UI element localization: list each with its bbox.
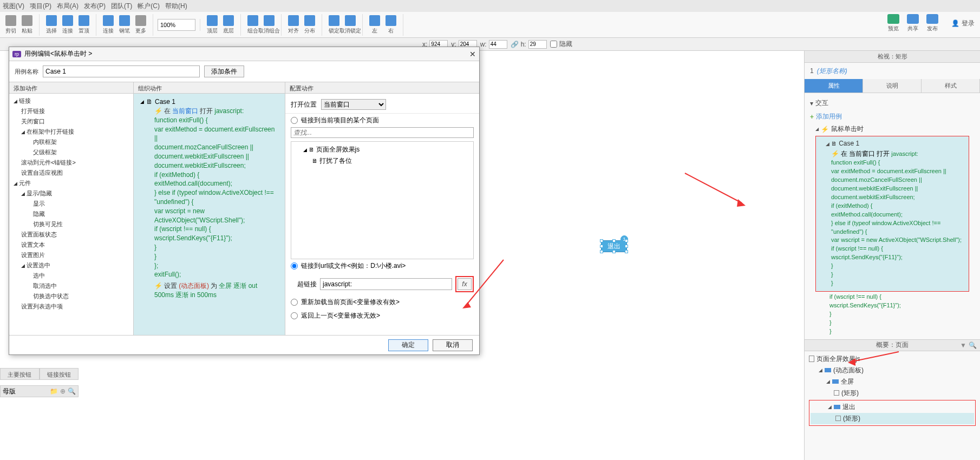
reload-page-radio[interactable] — [291, 299, 298, 306]
menu-item[interactable]: 帐户(C) — [138, 2, 160, 11]
org-action-1[interactable]: ⚡ 在 当前窗口 打开 javascript: function exitFul… — [138, 106, 280, 280]
ok-button[interactable]: 确定 — [388, 339, 428, 351]
login-button[interactable]: 登录 — [951, 19, 975, 28]
action-scroll-to[interactable]: 滚动到元件<锚链接> — [9, 157, 133, 168]
share-button[interactable]: 共享 — [907, 14, 919, 32]
h-input[interactable] — [528, 40, 547, 49]
action-set-text[interactable]: 设置文本 — [9, 240, 133, 250]
action-selected[interactable]: 选中 — [9, 271, 133, 281]
outline-rect-1[interactable]: (矩形) — [809, 387, 976, 399]
action-open-link[interactable]: 打开链接 — [9, 106, 133, 116]
action-set-selected[interactable]: 设置选中 — [9, 260, 133, 271]
tab-notes[interactable]: 说明 — [863, 79, 922, 93]
action-hide[interactable]: 隐藏 — [9, 209, 133, 219]
link-to-url-radio[interactable] — [291, 262, 298, 270]
action-parent-frame[interactable]: 父级框架 — [9, 147, 133, 157]
fx-button[interactable]: fx — [458, 278, 472, 290]
add-page-icon[interactable]: ⊕ — [60, 387, 66, 395]
outline-page[interactable]: 页面全屏效果js — [809, 353, 976, 365]
select-button[interactable]: 选择 — [44, 14, 59, 36]
interactions-section-head[interactable]: ▾交互 — [810, 96, 975, 110]
left-panel-tabs: 主要按钮 链接按钮 — [0, 368, 79, 380]
top-button[interactable]: 置顶 — [76, 14, 92, 36]
align-left-button[interactable]: 左 — [367, 14, 382, 36]
menu-item[interactable]: 布局(A) — [57, 2, 79, 11]
go-back-radio[interactable] — [291, 312, 298, 319]
action-cat-links[interactable]: 链接 — [9, 96, 133, 106]
org-case-row[interactable]: 🗎 Case 1 — [138, 98, 280, 106]
connect-button[interactable]: 连接 — [60, 14, 75, 36]
org-action-2[interactable]: ⚡ 设置 (动态面板) 为 全屏 逐渐 out 500ms 逐渐 in 500m… — [138, 280, 280, 301]
paste-button[interactable]: 粘贴 — [19, 14, 35, 36]
action-set-image[interactable]: 设置图片 — [9, 250, 133, 260]
action-inline-frame[interactable]: 内联框架 — [9, 137, 133, 147]
w-input[interactable] — [489, 40, 507, 49]
search-icon[interactable]: 🔍 — [68, 387, 76, 395]
outline-rect-2[interactable]: (矩形) — [811, 413, 974, 424]
align-button[interactable]: 对齐 — [286, 14, 301, 36]
tab-properties[interactable]: 属性 — [805, 79, 863, 93]
toolbar-right-tools: 预览 共享 发布 登录 — [887, 14, 975, 32]
align-right-button[interactable]: 右 — [383, 14, 398, 36]
preview-button[interactable]: 预览 — [887, 14, 899, 32]
action-set-panel[interactable]: 设置面板状态 — [9, 229, 133, 240]
search-icon[interactable]: 🔍 — [969, 341, 977, 349]
lib-tab-2[interactable]: 链接按钮 — [40, 368, 79, 380]
more-button[interactable]: 更多 — [133, 14, 148, 36]
menu-item[interactable]: 发布(P) — [84, 2, 106, 11]
add-condition-button[interactable]: 添加条件 — [204, 65, 244, 77]
hide-checkbox[interactable] — [550, 41, 557, 48]
menu-item[interactable]: 帮助(H) — [165, 2, 187, 11]
add-folder-icon[interactable]: 📁 — [50, 387, 58, 395]
add-case-link[interactable]: 添加用例 — [810, 110, 975, 123]
configure-action-header: 配置动作 — [285, 82, 479, 94]
action-show[interactable]: 显示 — [9, 199, 133, 209]
close-icon[interactable]: ✕ — [469, 50, 476, 58]
outline-state-1[interactable]: ◢全屏 — [809, 376, 976, 387]
page-tree-item-2[interactable]: 🗎 打扰了各位 — [293, 155, 471, 167]
connector-button[interactable]: 连接 — [101, 14, 116, 36]
outline-dp[interactable]: ◢(动态面板) — [809, 365, 976, 376]
lightning-icon: ⚡ — [831, 150, 839, 157]
widget-name-placeholder[interactable]: (矩形名称) — [817, 67, 847, 76]
h-label: h: — [521, 41, 526, 48]
link-to-page-radio[interactable] — [291, 117, 298, 124]
send-back-button[interactable]: 底层 — [221, 14, 236, 36]
page-tree-item-1[interactable]: 🗎 页面全屏效果js — [293, 144, 471, 155]
tab-style[interactable]: 样式 — [922, 79, 980, 93]
action-open-in-frame[interactable]: 在框架中打开链接 — [9, 127, 133, 137]
distribute-button[interactable]: 分布 — [302, 14, 317, 36]
menu-item[interactable]: 项目(P) — [30, 2, 51, 11]
cut-button[interactable]: 剪切 — [3, 14, 18, 36]
action-show-hide[interactable]: 显示/隐藏 — [9, 188, 133, 199]
url-input[interactable] — [320, 278, 452, 290]
main-menubar[interactable]: 视图(V) 项目(P) 布局(A) 发布(P) 团队(T) 帐户(C) 帮助(H… — [0, 0, 980, 12]
event-onclick[interactable]: ⚡鼠标单击时 — [810, 123, 975, 135]
pen-button[interactable]: 钢笔 — [117, 14, 132, 36]
canvas-shape-exit[interactable]: 退出 1 — [601, 240, 627, 252]
outline-state-2[interactable]: ◢退出 — [811, 402, 974, 413]
unlock-button[interactable]: 取消锁定 — [343, 14, 358, 36]
cancel-button[interactable]: 取消 — [433, 339, 473, 351]
open-location-select[interactable]: 当前窗口 — [321, 99, 386, 110]
publish-button[interactable]: 发布 — [926, 14, 938, 32]
zoom-combo[interactable]: 100% — [158, 19, 195, 31]
lib-tab-1[interactable]: 主要按钮 — [0, 368, 40, 380]
page-tree[interactable]: 🗎 页面全屏效果js 🗎 打扰了各位 — [291, 141, 474, 259]
action-cat-widgets[interactable]: 元件 — [9, 178, 133, 188]
bring-front-button[interactable]: 顶层 — [205, 14, 220, 36]
case-name[interactable]: ◢ 🗎 Case 1 — [820, 140, 964, 147]
action-toggle-vis[interactable]: 切换可见性 — [9, 219, 133, 229]
action-toggle-sel[interactable]: 切换选中状态 — [9, 291, 133, 301]
menu-item[interactable]: 视图(V) — [3, 2, 24, 11]
filter-icon[interactable]: ▼ — [960, 341, 966, 349]
ungroup-button[interactable]: 取消组合 — [262, 14, 277, 36]
action-close-window[interactable]: 关闭窗口 — [9, 116, 133, 127]
action-set-list-sel[interactable]: 设置列表选中项 — [9, 301, 133, 312]
menu-item[interactable]: 团队(T) — [111, 2, 132, 11]
action-unselected[interactable]: 取消选中 — [9, 281, 133, 291]
case-name-input[interactable] — [43, 65, 200, 77]
dialog-titlebar[interactable]: rp 用例编辑<鼠标单击时 > ✕ — [9, 47, 479, 61]
action-set-adaptive[interactable]: 设置自适应视图 — [9, 168, 133, 178]
page-search-input[interactable] — [291, 127, 474, 138]
